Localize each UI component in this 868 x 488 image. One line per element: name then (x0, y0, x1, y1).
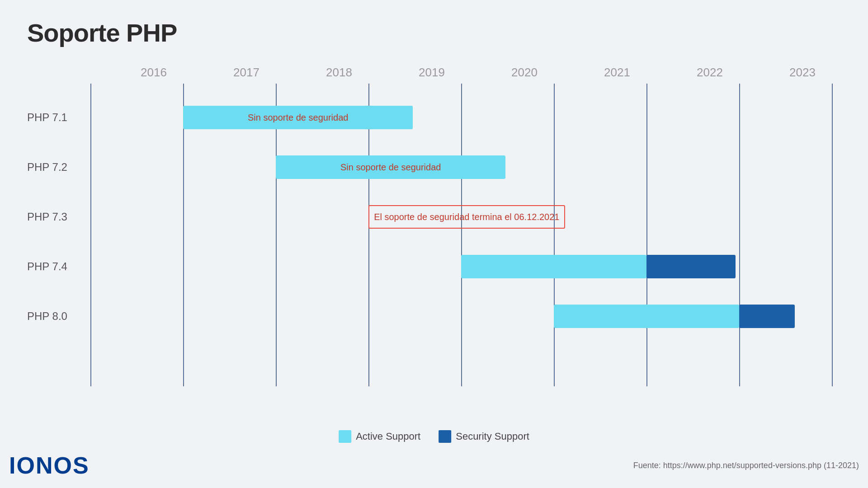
php-rows: PHP 7.1Sin soporte de seguridadPHP 7.2Si… (27, 84, 841, 386)
page-title: Soporte PHP (27, 18, 841, 47)
php-row-php-7.2: PHP 7.2Sin soporte de seguridad (27, 142, 841, 192)
year-label-2023: 2023 (789, 66, 816, 80)
legend-security: Security Support (439, 430, 529, 443)
bar-label: Sin soporte de seguridad (248, 113, 348, 123)
legend-security-box (439, 430, 451, 443)
footer: IONOS Fuente: https://www.php.net/suppor… (0, 452, 868, 479)
year-labels: 201620172018201920202021202220232024 (90, 61, 841, 84)
legend: Active Support Security Support (339, 430, 529, 443)
year-label-2020: 2020 (511, 66, 538, 80)
gantt-bar-php-7.2-0: Sin soporte de seguridad (276, 155, 505, 179)
php-version-label: PHP 7.1 (27, 111, 86, 124)
chart-area: 201620172018201920202021202220232024 PHP… (27, 61, 841, 386)
year-label-2016: 2016 (141, 66, 167, 80)
php-version-label: PHP 7.3 (27, 211, 86, 223)
php-row-php-7.1: PHP 7.1Sin soporte de seguridad (27, 93, 841, 142)
source-text: Fuente: https://www.php.net/supported-ve… (633, 461, 859, 470)
gantt-bar-php-7.4-0 (461, 255, 646, 278)
year-label-2017: 2017 (233, 66, 259, 80)
year-label-2018: 2018 (326, 66, 352, 80)
legend-security-label: Security Support (456, 431, 529, 442)
gantt-bar-php-7.4-1 (646, 255, 736, 278)
year-label-2019: 2019 (419, 66, 445, 80)
php-row-php-7.3: PHP 7.3El soporte de seguridad termina e… (27, 192, 841, 242)
gantt-bar-php-8.0-1 (739, 305, 795, 328)
legend-active-label: Active Support (356, 431, 420, 442)
php-row-php-8.0: PHP 8.0 (27, 291, 841, 341)
page-container: Soporte PHP 2016201720182019202020212022… (0, 0, 868, 488)
gantt-bar-php-8.0-0 (554, 305, 739, 328)
bar-label: Sin soporte de seguridad (340, 162, 441, 173)
php-version-label: PHP 8.0 (27, 310, 86, 323)
php-row-php-7.4: PHP 7.4 (27, 242, 841, 291)
php-version-label: PHP 7.2 (27, 161, 86, 174)
ionos-logo: IONOS (9, 452, 90, 479)
gantt-bar-php-7.1-0: Sin soporte de seguridad (183, 106, 413, 129)
year-label-2021: 2021 (604, 66, 630, 80)
gantt-bar-php-7.3-0: El soporte de seguridad termina el 06.12… (368, 205, 565, 229)
legend-active: Active Support (339, 430, 420, 443)
year-label-2022: 2022 (697, 66, 723, 80)
bar-label: El soporte de seguridad termina el 06.12… (374, 212, 559, 222)
legend-active-box (339, 430, 351, 443)
php-version-label: PHP 7.4 (27, 260, 86, 273)
